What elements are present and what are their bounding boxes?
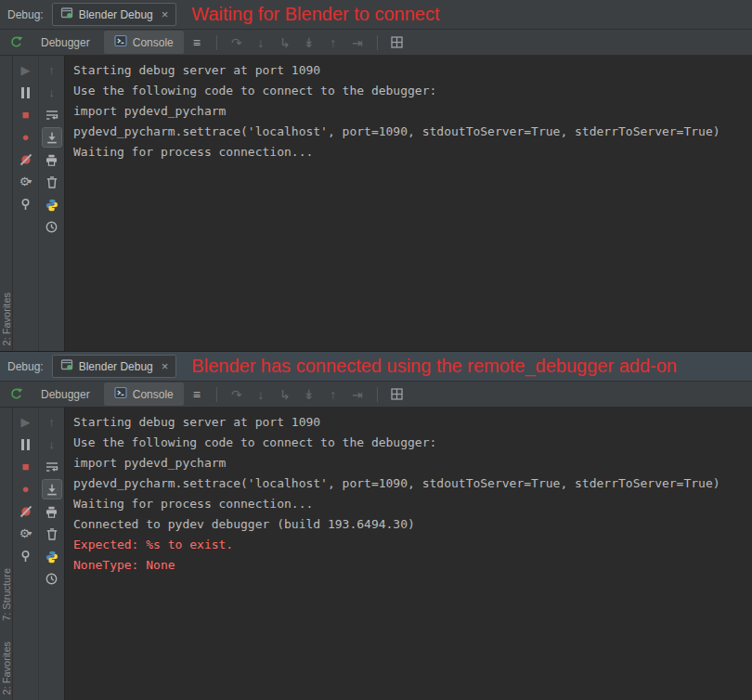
print-icon[interactable] (42, 150, 62, 170)
settings-icon[interactable]: ⚙▾ (16, 524, 36, 543)
clear-console-icon[interactable] (42, 173, 62, 192)
annotation-text: Waiting for Blender to connect (191, 4, 439, 25)
force-step-into-icon[interactable]: ↡ (298, 32, 320, 53)
console-tab-icon (114, 34, 127, 50)
step-into-my-code-icon[interactable]: ↳ (274, 32, 296, 53)
settings-caret-icon: ▾ (28, 530, 32, 538)
settings-icon[interactable]: ⚙▾ (16, 172, 36, 191)
tab-debugger[interactable]: Debugger (31, 32, 100, 53)
close-icon[interactable]: × (162, 362, 169, 371)
soft-wrap-icon[interactable] (42, 457, 62, 476)
history-icon[interactable] (42, 569, 62, 589)
scroll-to-end-icon[interactable] (42, 479, 62, 499)
console-output[interactable]: Starting debug server at port 1090 Use t… (65, 408, 752, 700)
pause-icon[interactable] (16, 434, 36, 454)
run-to-cursor-icon[interactable]: ⇥ (346, 32, 369, 53)
stripe-structure[interactable]: 7: Structure (1, 568, 12, 621)
clear-console-icon[interactable] (42, 525, 62, 544)
python-console-icon[interactable] (42, 547, 62, 566)
step-over-icon[interactable]: ↷ (226, 384, 248, 405)
debugger-toolbar: Debugger Console ≡ ↷ ↓ ↳ ↡ ↑ ⇥ (0, 381, 752, 408)
step-out-icon[interactable]: ↑ (322, 384, 344, 405)
resume-icon[interactable]: ▶ (16, 60, 36, 80)
debugger-body: 7: Structure 2: Favorites ▶ ■ ● ⚙▾ ↑ ↓ (0, 408, 752, 700)
step-into-icon[interactable]: ↓ (250, 32, 272, 53)
debug-session-icon (60, 358, 73, 374)
debugger-toolbar: Debugger Console ≡ ↷ ↓ ↳ ↡ ↑ ⇥ (0, 29, 752, 56)
tool-window-title: Debug: (7, 360, 44, 373)
force-step-into-icon[interactable]: ↡ (298, 384, 320, 405)
console-line: Waiting for process connection... (73, 494, 744, 514)
console-line: Connected to pydev debugger (build 193.6… (73, 514, 744, 535)
console-line: Waiting for process connection... (73, 142, 744, 162)
session-tab[interactable]: Blender Debug × (52, 355, 177, 378)
console-line: NoneType: None (73, 555, 744, 576)
menu-icon[interactable]: ≡ (186, 384, 208, 405)
debugger-body: 2: Favorites ▶ ■ ● ⚙▾ ↑ ↓ (0, 56, 752, 351)
up-stack-icon[interactable]: ↑ (42, 60, 62, 80)
tool-window-header: Debug: Blender Debug × Blender has conne… (0, 352, 752, 381)
session-tab-label: Blender Debug (79, 8, 153, 21)
rerun-icon[interactable] (5, 32, 27, 53)
debug-session-icon (60, 6, 73, 22)
mute-breakpoints-icon[interactable] (16, 501, 36, 521)
soft-wrap-icon[interactable] (42, 105, 62, 124)
pin-icon[interactable] (16, 194, 36, 214)
up-stack-icon[interactable]: ↑ (42, 412, 62, 432)
pin-icon[interactable] (16, 546, 36, 565)
tab-debugger[interactable]: Debugger (31, 384, 100, 405)
step-into-icon[interactable]: ↓ (250, 384, 272, 405)
toolbar-separator (377, 387, 378, 402)
console-line: Expected: %s to exist. (73, 535, 744, 555)
tab-console[interactable]: Console (104, 382, 184, 406)
console-actions-toolbar: ↑ ↓ (39, 408, 65, 700)
run-to-cursor-icon[interactable]: ⇥ (346, 384, 369, 405)
python-console-icon[interactable] (42, 195, 62, 214)
console-line: import pydevd_pycharm (73, 453, 744, 473)
menu-icon[interactable]: ≡ (186, 32, 208, 53)
evaluate-expression-icon[interactable] (386, 32, 408, 53)
console-tab-icon (114, 386, 127, 402)
pause-icon[interactable] (16, 83, 36, 102)
debug-session-panel-2: Debug: Blender Debug × Blender has conne… (0, 351, 752, 700)
settings-caret-icon: ▾ (28, 178, 32, 186)
mute-breakpoints-icon[interactable] (16, 149, 36, 169)
console-line: Use the following code to connect to the… (73, 81, 744, 101)
console-output[interactable]: Starting debug server at port 1090 Use t… (65, 56, 752, 351)
console-line: import pydevd_pycharm (73, 101, 744, 122)
debug-actions-toolbar: ▶ ■ ● ⚙▾ (13, 56, 39, 351)
console-line: Starting debug server at port 1090 (73, 60, 744, 81)
tab-console[interactable]: Console (104, 31, 184, 54)
stripe-favorites[interactable]: 2: Favorites (1, 292, 12, 345)
stripe-favorites[interactable]: 2: Favorites (1, 642, 12, 694)
tab-debugger-label: Debugger (41, 388, 90, 401)
step-into-my-code-icon[interactable]: ↳ (274, 384, 296, 405)
stop-icon[interactable]: ■ (16, 105, 36, 124)
annotation-text: Blender has connected using the remote_d… (191, 356, 677, 377)
step-out-icon[interactable]: ↑ (322, 32, 344, 53)
print-icon[interactable] (42, 502, 62, 522)
tab-debugger-label: Debugger (41, 36, 90, 49)
session-tab[interactable]: Blender Debug × (52, 3, 177, 26)
close-icon[interactable]: × (162, 10, 169, 19)
step-over-icon[interactable]: ↷ (226, 32, 248, 53)
tab-console-label: Console (133, 388, 174, 401)
down-stack-icon[interactable]: ↓ (42, 434, 62, 454)
rerun-icon[interactable] (5, 384, 27, 405)
evaluate-expression-icon[interactable] (386, 384, 408, 405)
tool-window-title: Debug: (7, 8, 44, 21)
scroll-to-end-icon[interactable] (42, 127, 62, 148)
debug-actions-toolbar: ▶ ■ ● ⚙▾ (13, 408, 39, 700)
toolbar-separator (216, 35, 217, 50)
down-stack-icon[interactable]: ↓ (42, 83, 62, 102)
console-line: pydevd_pycharm.settrace('localhost', por… (73, 122, 744, 142)
tab-console-label: Console (133, 36, 174, 49)
resume-icon[interactable]: ▶ (16, 412, 36, 432)
session-tab-label: Blender Debug (79, 360, 153, 373)
view-breakpoints-icon[interactable]: ● (16, 127, 36, 147)
console-line: Use the following code to connect to the… (73, 433, 744, 453)
stop-icon[interactable]: ■ (16, 457, 36, 476)
history-icon[interactable] (42, 217, 62, 237)
toolbar-separator (216, 387, 217, 402)
view-breakpoints-icon[interactable]: ● (16, 479, 36, 499)
